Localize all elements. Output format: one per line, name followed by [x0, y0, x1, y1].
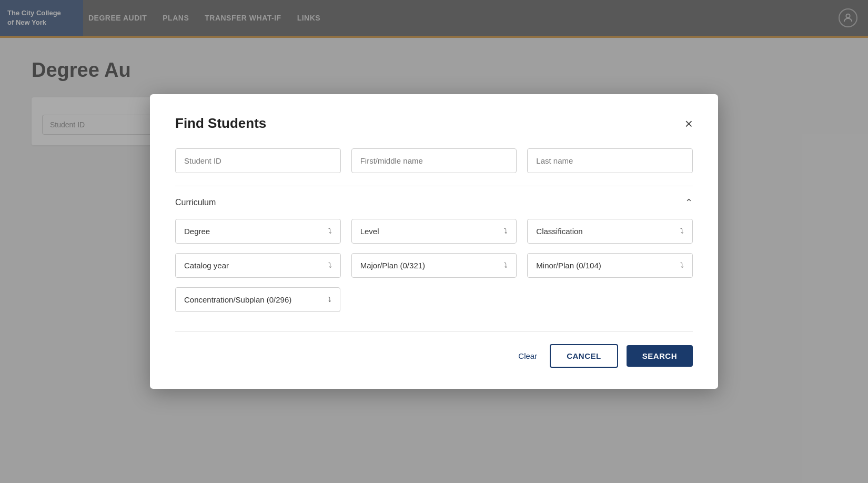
concentration-dropdown-wrapper: Concentration/Subplan (0/296) ⤵: [175, 287, 340, 312]
minor-plan-label: Minor/Plan (0/104): [536, 261, 601, 270]
search-button[interactable]: SEARCH: [627, 345, 693, 367]
catalog-year-label: Catalog year: [184, 261, 229, 270]
catalog-year-chevron-icon: ⤵: [328, 261, 332, 269]
major-plan-label: Major/Plan (0/321): [360, 261, 425, 270]
cancel-button[interactable]: CANCEL: [550, 344, 618, 368]
dropdown-row-3: Concentration/Subplan (0/296) ⤵: [175, 287, 693, 312]
concentration-dropdown[interactable]: Concentration/Subplan (0/296) ⤵: [175, 287, 340, 312]
major-plan-dropdown-wrapper: Major/Plan (0/321) ⤵: [351, 253, 517, 278]
catalog-year-dropdown-wrapper: Catalog year ⤵: [175, 253, 341, 278]
major-plan-chevron-icon: ⤵: [504, 261, 508, 269]
section-divider-top: [175, 186, 693, 186]
degree-chevron-icon: ⤵: [328, 227, 332, 235]
classification-dropdown[interactable]: Classification ⤵: [527, 219, 693, 244]
dropdown-row-1: Degree ⤵ Level ⤵ Classification ⤵: [175, 219, 693, 244]
classification-dropdown-wrapper: Classification ⤵: [527, 219, 693, 244]
degree-dropdown-wrapper: Degree ⤵: [175, 219, 341, 244]
modal-footer: Clear CANCEL SEARCH: [175, 331, 693, 368]
catalog-year-dropdown[interactable]: Catalog year ⤵: [175, 253, 341, 278]
first-middle-name-input[interactable]: [351, 148, 517, 173]
modal-title: Find Students: [175, 115, 266, 132]
clear-button[interactable]: Clear: [514, 351, 541, 360]
degree-label: Degree: [184, 227, 210, 236]
level-chevron-icon: ⤵: [504, 227, 508, 235]
curriculum-chevron-icon[interactable]: ⌃: [685, 197, 693, 208]
last-name-input[interactable]: [527, 148, 693, 173]
minor-plan-dropdown-wrapper: Minor/Plan (0/104) ⤵: [527, 253, 693, 278]
modal-header: Find Students ×: [175, 115, 693, 132]
search-fields-row: [175, 148, 693, 173]
dropdown-row-2: Catalog year ⤵ Major/Plan (0/321) ⤵ Mino…: [175, 253, 693, 278]
modal-close-button[interactable]: ×: [685, 117, 693, 130]
minor-plan-dropdown[interactable]: Minor/Plan (0/104) ⤵: [527, 253, 693, 278]
student-id-input[interactable]: [175, 148, 341, 173]
major-plan-dropdown[interactable]: Major/Plan (0/321) ⤵: [351, 253, 517, 278]
concentration-chevron-icon: ⤵: [328, 296, 331, 304]
minor-plan-chevron-icon: ⤵: [680, 261, 684, 269]
curriculum-label: Curriculum: [175, 198, 216, 207]
classification-label: Classification: [536, 227, 582, 236]
find-students-modal: Find Students × Curriculum ⌃ Degree ⤵: [150, 94, 718, 389]
curriculum-section-header: Curriculum ⌃: [175, 197, 693, 208]
degree-dropdown[interactable]: Degree ⤵: [175, 219, 341, 244]
concentration-label: Concentration/Subplan (0/296): [184, 295, 291, 304]
level-dropdown[interactable]: Level ⤵: [351, 219, 517, 244]
level-label: Level: [360, 227, 379, 236]
classification-chevron-icon: ⤵: [680, 227, 684, 235]
modal-overlay: Find Students × Curriculum ⌃ Degree ⤵: [0, 0, 868, 483]
level-dropdown-wrapper: Level ⤵: [351, 219, 517, 244]
